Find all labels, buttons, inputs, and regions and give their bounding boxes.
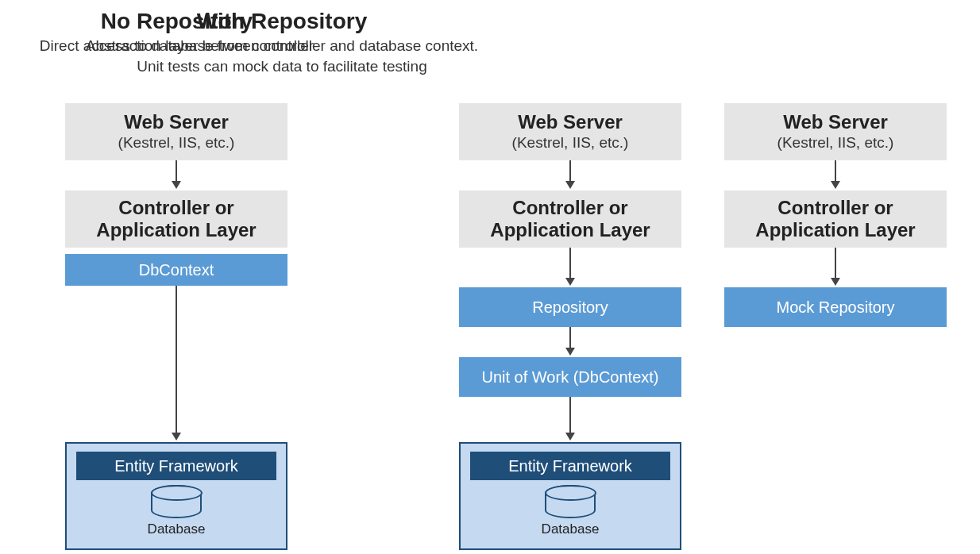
database-icon (545, 485, 596, 518)
arrow-icon (172, 160, 181, 189)
rb-webserver-title: Web Server (783, 111, 888, 133)
ra-controller-l1: Controller or (512, 197, 627, 219)
left-controller-l2: Application Layer (96, 219, 256, 241)
arrow-icon (565, 397, 575, 441)
database-icon (151, 485, 202, 518)
left-ef-label-box: Entity Framework (76, 452, 276, 480)
rb-mock-box: Mock Repository (724, 287, 947, 327)
left-webserver-sub: (Kestrel, IIS, etc.) (118, 134, 235, 152)
rb-controller-l1: Controller or (777, 197, 893, 219)
left-dbcontext-box: DbContext (65, 254, 287, 286)
ra-webserver-sub: (Kestrel, IIS, etc.) (512, 134, 629, 152)
ra-repository-box: Repository (459, 287, 681, 327)
ra-controller-box: Controller or Application Layer (459, 190, 681, 248)
left-webserver-title: Web Server (124, 111, 229, 133)
ra-repository-label: Repository (532, 298, 608, 317)
ra-webserver-box: Web Server (Kestrel, IIS, etc.) (459, 103, 681, 160)
arrow-icon (565, 160, 575, 189)
rb-webserver-box: Web Server (Kestrel, IIS, etc.) (724, 103, 947, 160)
arrow-icon (831, 160, 840, 189)
ra-ef-container: Entity Framework Database (459, 442, 681, 550)
ra-uow-box: Unit of Work (DbContext) (459, 357, 681, 397)
right-subtitle-l2: Unit tests can mock data to facilitate t… (0, 57, 564, 77)
ra-database-label: Database (542, 521, 600, 537)
left-ef-label: Entity Framework (114, 457, 238, 475)
rb-mock-label: Mock Repository (777, 298, 895, 317)
right-subtitle-l1: Abstraction layer between controller and… (0, 37, 564, 56)
rb-controller-box: Controller or Application Layer (724, 190, 947, 248)
arrow-icon (172, 286, 181, 441)
ra-uow-label: Unit of Work (DbContext) (481, 368, 658, 387)
left-controller-l1: Controller or (118, 197, 233, 219)
right-title: With Repository (0, 8, 564, 35)
ra-ef-label-box: Entity Framework (470, 452, 670, 480)
arrow-icon (565, 248, 575, 286)
left-dbcontext-label: DbContext (139, 261, 214, 279)
rb-controller-l2: Application Layer (755, 219, 915, 241)
right-header: With Repository Abstraction layer betwee… (0, 8, 564, 77)
ra-webserver-title: Web Server (518, 111, 623, 133)
left-webserver-box: Web Server (Kestrel, IIS, etc.) (65, 103, 287, 160)
ra-ef-label: Entity Framework (508, 457, 632, 475)
left-database-label: Database (148, 521, 206, 537)
arrow-icon (831, 248, 840, 286)
ra-controller-l2: Application Layer (490, 219, 650, 241)
left-ef-container: Entity Framework Database (65, 442, 287, 550)
left-controller-box: Controller or Application Layer (65, 190, 287, 248)
rb-webserver-sub: (Kestrel, IIS, etc.) (777, 134, 894, 152)
arrow-icon (565, 327, 575, 356)
